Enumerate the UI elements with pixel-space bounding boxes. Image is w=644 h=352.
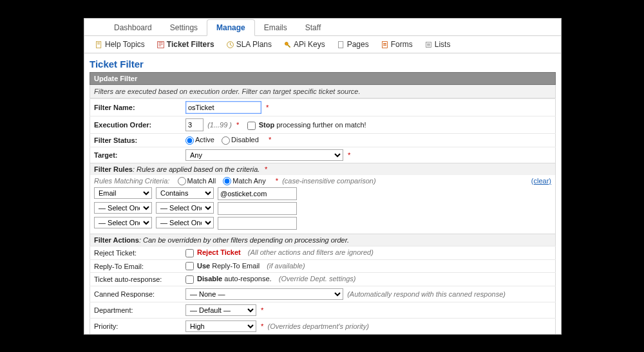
filter-name-input[interactable] — [185, 101, 261, 114]
required-marker: * — [266, 104, 269, 111]
subnav-label: Lists — [435, 40, 451, 49]
exec-range: (1...99 ) — [207, 121, 232, 129]
label-filter-status: Filter Status: — [90, 134, 182, 147]
priority-select[interactable]: High — [185, 320, 256, 332]
case-note: (case-insensitive comparison) — [282, 177, 376, 185]
list-icon — [424, 41, 433, 49]
clock-icon — [226, 41, 234, 49]
reject-opt-text: Reject Ticket — [197, 248, 241, 256]
match-any-radio[interactable]: Match Any — [223, 177, 265, 185]
required-marker: * — [264, 165, 267, 173]
rule3-value-input[interactable] — [218, 217, 297, 230]
subnav-sla-plans[interactable]: SLA Plans — [222, 39, 276, 50]
disable-autoresp-checkbox[interactable]: Disable auto-response. — [185, 275, 272, 283]
status-active-radio[interactable]: Active — [185, 136, 214, 144]
filter-rules-hint: : Rules are applied based on the criteri… — [133, 165, 260, 173]
page-icon — [337, 41, 345, 49]
filter-form: Filter Name: * Execution Order: (1...99 … — [90, 98, 556, 335]
required-marker: * — [348, 151, 350, 159]
subnav-label: SLA Plans — [236, 40, 272, 49]
subnav-ticket-filters[interactable]: Ticket Filters — [153, 39, 218, 50]
reply-to-checkbox[interactable]: Use Reply-To Email — [185, 262, 260, 270]
content-area: Ticket Filter Update Filter Filters are … — [84, 53, 561, 335]
filter-icon — [156, 41, 165, 49]
subnav: Help Topics Ticket Filters SLA Plans APi… — [84, 36, 561, 53]
label-priority: Priority: — [90, 318, 182, 334]
subnav-label: APi Keys — [294, 40, 325, 49]
document-icon — [95, 41, 103, 49]
required-marker: * — [261, 306, 263, 314]
reply-avail: (if available) — [267, 262, 305, 270]
rule-row-1: Email Contains — [94, 187, 551, 200]
criteria-label: Rules Matching Criteria: — [94, 177, 169, 185]
stop-processing-checkbox[interactable]: Stop processing further on match! — [247, 121, 366, 129]
stop-tail: processing further on match! — [276, 121, 366, 129]
required-marker: * — [236, 121, 239, 129]
primary-tabs: Dashboard Settings Manage Emails Staff — [84, 19, 561, 36]
subnav-pages[interactable]: Pages — [333, 39, 373, 50]
status-disabled-radio[interactable]: Disabled — [222, 136, 259, 144]
rule2-op-select[interactable]: — Select One – — [156, 202, 214, 214]
priority-tail: (Overrides department's priority) — [267, 322, 368, 330]
exec-order-hint: Filters are executed based on execution … — [90, 85, 556, 98]
canned-response-select[interactable]: — None — — [185, 288, 343, 300]
rule1-value-input[interactable] — [218, 187, 297, 200]
stop-bold: Stop — [259, 121, 274, 129]
app-window: { "tabs": {"dashboard":"Dashboard","sett… — [84, 18, 562, 335]
reject-tail: (All other actions and filters are ignor… — [248, 248, 374, 256]
rule1-field-select[interactable]: Email — [94, 187, 152, 199]
subnav-label: Forms — [391, 40, 413, 49]
label-department: Department: — [90, 302, 182, 318]
subnav-api-keys[interactable]: APi Keys — [279, 39, 329, 50]
required-marker: * — [276, 177, 278, 185]
rule1-op-select[interactable]: Contains — [156, 187, 214, 199]
label-filter-name: Filter Name: — [90, 99, 182, 116]
filter-actions-hint: : Can be overridden by other filters dep… — [139, 236, 349, 244]
subnav-forms[interactable]: Forms — [377, 39, 417, 50]
target-select[interactable]: Any — [185, 149, 343, 161]
tab-settings[interactable]: Settings — [161, 20, 207, 35]
svg-rect-9 — [383, 44, 386, 45]
rule-row-3: — Select One – — Select One – — [94, 217, 551, 230]
rule3-op-select[interactable]: — Select One – — [156, 217, 214, 228]
tab-manage[interactable]: Manage — [207, 19, 255, 36]
tab-staff[interactable]: Staff — [296, 20, 330, 35]
exec-order-input[interactable] — [185, 118, 204, 131]
subnav-label: Ticket Filters — [167, 40, 214, 49]
label-reply-to: Reply-To Email: — [90, 259, 182, 273]
section-update-filter: Update Filter — [90, 72, 556, 85]
subnav-label: Pages — [347, 40, 369, 49]
radio-label: Match Any — [232, 177, 265, 185]
page-title: Ticket Filter — [90, 59, 556, 69]
radio-label: Disabled — [231, 136, 259, 144]
tab-emails[interactable]: Emails — [255, 20, 296, 35]
required-marker: * — [261, 322, 263, 330]
svg-rect-8 — [383, 43, 386, 44]
required-marker: * — [269, 136, 271, 144]
rule-row-2: — Select One – — Select One – — [94, 202, 551, 215]
label-exec-order: Execution Order: — [90, 116, 182, 134]
rule2-field-select[interactable]: — Select One – — [94, 202, 152, 214]
use-bold: Use — [197, 262, 210, 270]
subnav-lists[interactable]: Lists — [421, 39, 455, 50]
rule2-value-input[interactable] — [218, 202, 297, 215]
override-dept-note: (Override Dept. settings) — [279, 275, 356, 283]
canned-tail: (Automatically respond with this canned … — [347, 290, 506, 298]
key-icon — [283, 41, 292, 49]
filter-actions-header: Filter Actions — [94, 236, 139, 244]
form-icon — [381, 41, 389, 49]
auto-tail: auto-response. — [224, 275, 271, 283]
subnav-help-topics[interactable]: Help Topics — [91, 39, 149, 50]
clear-rules-link[interactable]: (clear) — [531, 177, 551, 185]
label-canned: Canned Response: — [90, 286, 182, 302]
reject-ticket-checkbox[interactable]: Reject Ticket — [185, 248, 241, 256]
radio-label: Match All — [187, 177, 216, 185]
rule3-field-select[interactable]: — Select One – — [94, 217, 152, 228]
svg-rect-6 — [338, 41, 343, 48]
label-reject: Reject Ticket: — [90, 246, 182, 260]
department-select[interactable]: — Default — — [185, 304, 256, 316]
reply-tail: Reply-To Email — [212, 262, 260, 270]
tab-dashboard[interactable]: Dashboard — [105, 20, 161, 35]
label-sla: SLA Plan: — [90, 334, 182, 335]
match-all-radio[interactable]: Match All — [178, 177, 216, 185]
